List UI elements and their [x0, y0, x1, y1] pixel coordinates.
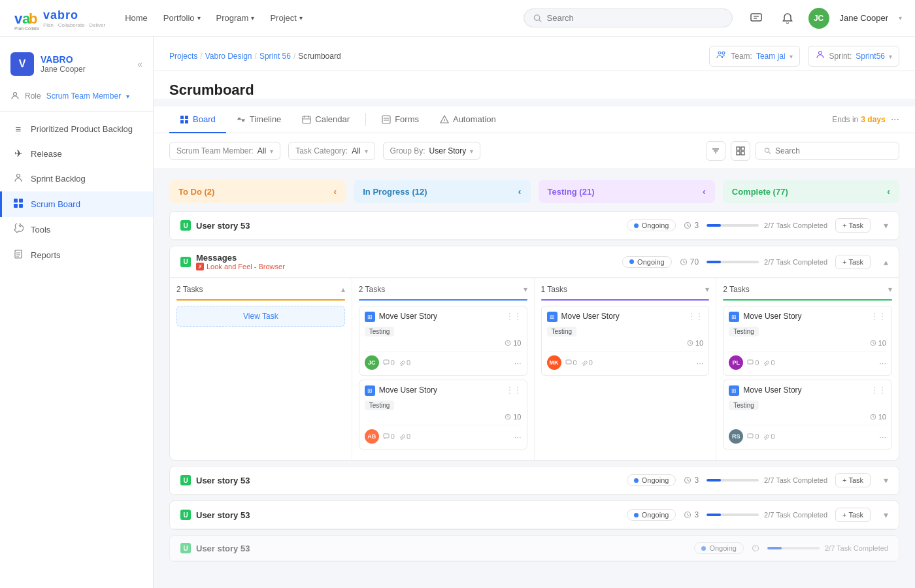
svg-rect-44 — [741, 147, 744, 150]
story-title-5: User story 53 — [196, 544, 689, 553]
bc-sprint56[interactable]: Sprint 56 — [259, 52, 291, 61]
team-member-filter[interactable]: Scrum Team Member: All ▾ — [169, 142, 280, 160]
sidebar-item-reports[interactable]: Reports — [0, 242, 153, 268]
expand-icon-btn[interactable] — [731, 141, 750, 161]
nav-project[interactable]: Project ▾ — [270, 13, 302, 23]
board-area: To Do (2) ‹ In Progress (12) ‹ Testing (… — [154, 169, 915, 578]
clock-small-ip-1 — [505, 340, 511, 346]
col-testing-chevron[interactable]: ‹ — [703, 186, 706, 197]
sidebar-item-release[interactable]: ✈ Release — [0, 141, 153, 166]
testing-bar — [541, 299, 710, 301]
notifications-icon-btn[interactable] — [777, 8, 798, 29]
svg-rect-58 — [384, 360, 389, 364]
team-filter-chip[interactable]: Team: Team jai ▾ — [709, 46, 799, 67]
status-badge-3: Ongoing — [627, 474, 676, 486]
sidebar-item-tools[interactable]: Tools — [0, 217, 153, 242]
task-time-ip-1: 10 — [505, 339, 521, 347]
global-search[interactable] — [524, 8, 733, 27]
sidebar-item-scrum-board[interactable]: Scrum Board — [0, 191, 153, 217]
tab-automation[interactable]: Automation — [429, 106, 507, 133]
col-header-testing[interactable]: Testing (21) ‹ — [539, 180, 715, 203]
story-header-4[interactable]: U User story 53 Ongoing 3 — [170, 501, 899, 529]
logo[interactable]: v a b Plan·Collaborate·Deliver vabro Pla… — [13, 5, 105, 31]
role-dropdown-arrow[interactable]: ▾ — [126, 93, 129, 100]
task-col-inprogress-arrow[interactable]: ▾ — [524, 285, 527, 294]
task-card-icon-t-1: ⊞ — [547, 312, 557, 322]
group-by-filter[interactable]: Group By: User Story ▾ — [383, 142, 481, 160]
board-search[interactable] — [756, 142, 899, 160]
bc-projects[interactable]: Projects — [169, 52, 197, 61]
task-more-ip-1[interactable]: ··· — [514, 358, 522, 368]
bc-vabro-design[interactable]: Vabro Design — [205, 52, 252, 61]
user-dropdown-arrow[interactable]: ▾ — [899, 14, 902, 22]
comment-count-ip-2: 0 — [391, 433, 395, 440]
story-time-messages: 70 — [680, 257, 699, 267]
story-header-5[interactable]: U User story 53 Ongoing — [170, 536, 899, 561]
story-chevron-4[interactable]: ▾ — [884, 510, 888, 520]
story-header-3[interactable]: U User story 53 Ongoing 3 — [170, 466, 899, 495]
add-task-btn-3[interactable]: + Task — [835, 473, 871, 487]
story-chevron-1[interactable]: ▾ — [884, 220, 888, 231]
story-header-messages[interactable]: U Messages ✗ Look and Feel - Browser Ong… — [170, 246, 899, 278]
task-col-complete: 2 Tasks ▾ ⊞ Move User Story ⋮⋮ Testing — [716, 278, 899, 460]
msg-subtitle-text: Look and Feel - Browser — [207, 263, 285, 270]
messages-icon-btn[interactable] — [746, 8, 767, 29]
sidebar-collapse-btn[interactable]: « — [137, 59, 142, 69]
nav-program[interactable]: Program ▾ — [216, 13, 255, 23]
col-header-complete[interactable]: Complete (77) ‹ — [723, 180, 899, 203]
col-header-todo[interactable]: To Do (2) ‹ — [169, 180, 346, 203]
nav-portfolio[interactable]: Portfolio ▾ — [163, 13, 201, 23]
tab-more-btn[interactable]: ··· — [891, 114, 899, 125]
col-todo-chevron[interactable]: ‹ — [334, 186, 337, 197]
col-header-inprogress[interactable]: In Progress (12) ‹ — [354, 180, 530, 203]
drag-handle-c-1[interactable]: ⋮⋮ — [871, 312, 886, 321]
tab-forms[interactable]: Forms — [371, 106, 429, 133]
story-header-1[interactable]: U User story 53 Ongoing 3 — [170, 212, 899, 240]
svg-text:Plan·Collaborate·Deliver: Plan·Collaborate·Deliver — [14, 26, 39, 31]
task-col-todo-arrow[interactable]: ▴ — [341, 285, 345, 294]
task-more-ip-2[interactable]: ··· — [514, 432, 522, 442]
board-search-input[interactable] — [775, 146, 891, 155]
view-task-btn[interactable]: View Task — [176, 306, 345, 327]
svg-rect-72 — [748, 360, 753, 364]
task-more-c-2[interactable]: ··· — [879, 432, 886, 442]
global-search-input[interactable] — [547, 13, 723, 23]
tab-calendar[interactable]: Calendar — [291, 106, 360, 133]
story-chevron-3[interactable]: ▾ — [884, 475, 888, 485]
drag-handle-ip-2[interactable]: ⋮⋮ — [506, 385, 522, 395]
add-task-btn-4[interactable]: + Task — [835, 508, 871, 522]
task-col-complete-arrow[interactable]: ▾ — [888, 285, 892, 294]
story-icon-5: U — [180, 543, 191, 553]
task-category-filter[interactable]: Task Category: All ▾ — [288, 142, 374, 160]
badge-dot-4 — [634, 513, 639, 517]
board-search-icon — [764, 147, 771, 155]
nav-home[interactable]: Home — [125, 13, 148, 23]
role-value[interactable]: Scrum Team Member — [46, 91, 121, 101]
col-inprogress-chevron[interactable]: ‹ — [518, 186, 522, 197]
tab-board[interactable]: Board — [169, 106, 226, 133]
drag-handle-t-1[interactable]: ⋮⋮ — [688, 312, 703, 321]
task-more-t-1[interactable]: ··· — [696, 358, 703, 368]
task-col-testing-title: 1 Tasks — [541, 285, 567, 294]
tab-timeline[interactable]: Timeline — [226, 106, 292, 133]
add-task-btn-1[interactable]: + Task — [835, 218, 871, 233]
drag-handle-c-2[interactable]: ⋮⋮ — [871, 385, 886, 395]
tab-separator — [365, 113, 366, 126]
task-col-testing-arrow[interactable]: ▾ — [705, 285, 709, 294]
story-chevron-messages[interactable]: ▴ — [884, 257, 888, 267]
board-tab-icon — [180, 115, 189, 124]
add-task-btn-messages[interactable]: + Task — [835, 255, 871, 269]
svg-rect-46 — [741, 152, 744, 155]
sidebar-item-prioritized[interactable]: ≡ Prioritized Product Backlog — [0, 117, 153, 141]
task-more-c-1[interactable]: ··· — [879, 358, 886, 368]
main-content: Projects / Vabro Design / Sprint 56 / Sc… — [154, 37, 915, 588]
sprint-filter-chip[interactable]: Sprint: Sprint56 ▾ — [808, 46, 899, 67]
sidebar-item-sprint-backlog[interactable]: Sprint Backlog — [0, 166, 153, 191]
col-complete-chevron[interactable]: ‹ — [887, 186, 890, 197]
task-badge-c-1: Testing — [729, 327, 759, 336]
filter-icon-btn[interactable] — [706, 141, 725, 161]
clock-small-ip-2 — [505, 414, 511, 420]
drag-handle-ip-1[interactable]: ⋮⋮ — [506, 312, 522, 321]
clock-small-c-1 — [870, 340, 876, 346]
avatar[interactable]: JC — [808, 8, 829, 29]
